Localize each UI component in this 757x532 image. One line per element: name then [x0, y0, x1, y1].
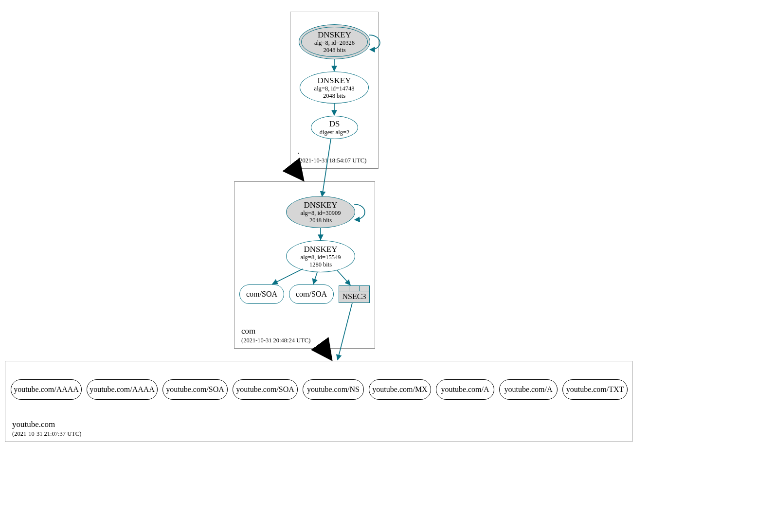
node-root-zsk: DNSKEY alg=8, id=14748 2048 bits	[300, 71, 369, 104]
zone-root-ts: (2021-10-31 18:54:07 UTC)	[297, 157, 366, 164]
node-yt-4: youtube.com/NS	[303, 379, 364, 400]
node-yt-0: youtube.com/AAAA	[11, 379, 82, 400]
label: NSEC3	[339, 291, 369, 303]
label: alg=8, id=20326	[314, 39, 355, 46]
node-yt-3: youtube.com/SOA	[233, 379, 298, 400]
node-yt-6: youtube.com/A	[436, 379, 494, 400]
zone-root-name: .	[297, 146, 299, 156]
zone-com-ts: (2021-10-31 20:48:24 UTC)	[241, 337, 310, 344]
label: 1280 bits	[309, 261, 332, 268]
label: 2048 bits	[309, 217, 332, 224]
label: 2048 bits	[323, 47, 345, 53]
node-com-zsk: DNSKEY alg=8, id=15549 1280 bits	[286, 240, 355, 272]
label: digest alg=2	[320, 129, 350, 136]
zone-youtube-ts: (2021-10-31 21:07:37 UTC)	[12, 430, 81, 438]
label: alg=8, id=15549	[301, 254, 341, 261]
label: DS	[329, 119, 340, 129]
node-nsec3: NSEC3	[339, 285, 370, 303]
label: 2048 bits	[323, 92, 345, 99]
node-yt-5: youtube.com/MX	[369, 379, 431, 400]
node-yt-1: youtube.com/AAAA	[87, 379, 158, 400]
label: DNSKEY	[304, 200, 338, 210]
label: DNSKEY	[318, 30, 351, 40]
label: alg=8, id=30909	[301, 210, 341, 216]
node-com-ksk: DNSKEY alg=8, id=30909 2048 bits	[286, 196, 355, 228]
node-yt-8: youtube.com/TXT	[562, 379, 628, 400]
node-com-soa2: com/SOA	[289, 284, 334, 304]
node-root-ksk: DNSKEY alg=8, id=20326 2048 bits	[299, 24, 370, 59]
zone-youtube-name: youtube.com	[12, 420, 55, 429]
zone-youtube: youtube.com (2021-10-31 21:07:37 UTC)	[5, 361, 632, 442]
edges-layer	[0, 0, 757, 532]
node-root-ds: DS digest alg=2	[311, 116, 358, 139]
node-yt-7: youtube.com/A	[499, 379, 558, 400]
label: alg=8, id=14748	[314, 85, 355, 92]
label: DNSKEY	[304, 245, 338, 254]
label: DNSKEY	[318, 76, 351, 86]
node-com-soa1: com/SOA	[239, 284, 284, 304]
node-yt-2: youtube.com/SOA	[162, 379, 228, 400]
zone-com-name: com	[241, 326, 255, 336]
